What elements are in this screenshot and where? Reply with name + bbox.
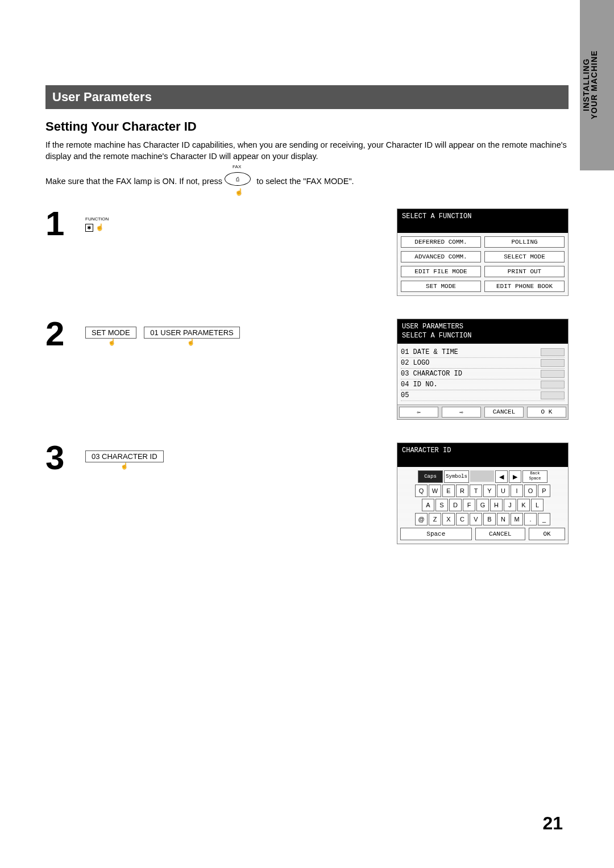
key-z[interactable]: Z xyxy=(429,513,441,525)
screen1-title: SELECT A FUNCTION xyxy=(397,209,568,233)
select-box[interactable] xyxy=(541,391,565,399)
li-0: 01 DATE & TIME xyxy=(401,348,458,356)
function-label: FUNCTION xyxy=(85,216,296,222)
btn-select-mode[interactable]: SELECT MODE xyxy=(484,251,565,262)
key-o[interactable]: O xyxy=(524,485,537,497)
item-id-no[interactable]: 04 ID NO. xyxy=(401,379,565,390)
screen1-title-text: SELECT A FUNCTION xyxy=(402,212,471,220)
side-tab: INSTALLING YOUR MACHINE xyxy=(580,0,614,170)
character-id-button[interactable]: 03 CHARACTER ID ☝ xyxy=(85,450,164,462)
btn-deferred-comm[interactable]: DEFERRED COMM. xyxy=(401,236,481,248)
key-a[interactable]: A xyxy=(422,499,434,511)
key-r[interactable]: R xyxy=(456,485,468,497)
character-id-label: 03 CHARACTER ID xyxy=(92,452,157,461)
key-at[interactable]: @ xyxy=(415,513,428,525)
cancel-key[interactable]: CANCEL xyxy=(475,528,526,540)
page-number: 21 xyxy=(542,813,563,834)
key-p[interactable]: P xyxy=(538,485,550,497)
item-05[interactable]: 05 xyxy=(401,390,565,401)
li-3: 04 ID NO. xyxy=(401,381,438,389)
title-bar: User Parameters xyxy=(45,85,569,109)
key-e[interactable]: E xyxy=(442,485,455,497)
btn-advanced-comm[interactable]: ADVANCED COMM. xyxy=(401,251,481,262)
fax-pre: Make sure that the FAX lamp is ON. If no… xyxy=(45,177,222,186)
li-4: 05 xyxy=(401,391,409,399)
fax-label: FAX xyxy=(233,164,241,169)
key-t[interactable]: T xyxy=(470,485,482,497)
key-v[interactable]: V xyxy=(470,513,482,525)
symbols-key[interactable]: Symbols xyxy=(444,470,469,483)
key-d[interactable]: D xyxy=(449,499,462,511)
item-date-time[interactable]: 01 DATE & TIME xyxy=(401,347,565,358)
key-dot[interactable]: . xyxy=(524,513,537,525)
key-g[interactable]: G xyxy=(476,499,489,511)
btn-print-out[interactable]: PRINT OUT xyxy=(484,266,565,277)
prev-arrow-button[interactable]: ⇦ xyxy=(399,407,438,418)
key-f[interactable]: F xyxy=(463,499,475,511)
step-1: 1 FUNCTION ✱ ☝ SELECT A FUNCTION DEFERRE… xyxy=(45,208,569,296)
select-box[interactable] xyxy=(541,381,565,389)
select-box[interactable] xyxy=(541,359,565,367)
screen3-title-text: CHARACTER ID xyxy=(402,446,451,454)
key-c[interactable]: C xyxy=(456,513,468,525)
key-underscore[interactable]: _ xyxy=(538,513,550,525)
key-k[interactable]: K xyxy=(517,499,530,511)
step2-num: 2 xyxy=(45,319,85,349)
btn-edit-file-mode[interactable]: EDIT FILE MODE xyxy=(401,266,481,277)
backspace-key[interactable]: BackSpace xyxy=(522,470,547,483)
key-q[interactable]: Q xyxy=(415,485,428,497)
key-l[interactable]: L xyxy=(531,499,544,511)
step1-body: FUNCTION ✱ ☝ xyxy=(85,208,296,232)
fax-instruction: Make sure that the FAX lamp is ON. If no… xyxy=(45,172,569,191)
select-box[interactable] xyxy=(541,348,565,356)
right-arrow-key[interactable]: ▶ xyxy=(509,470,521,483)
press-hand-icon: ☝ xyxy=(96,223,104,231)
key-h[interactable]: H xyxy=(490,499,503,511)
press-hand-icon: ☝ xyxy=(235,188,243,196)
set-mode-button[interactable]: SET MODE ☝ xyxy=(85,327,136,339)
key-u[interactable]: U xyxy=(497,485,509,497)
key-y[interactable]: Y xyxy=(483,485,496,497)
user-parameters-button[interactable]: 01 USER PARAMETERS ☝ xyxy=(144,327,239,339)
ok-key[interactable]: OK xyxy=(529,528,565,540)
screen-select-function: SELECT A FUNCTION DEFERRED COMM. POLLING… xyxy=(397,208,569,296)
spacer xyxy=(470,470,494,482)
function-key-icon[interactable]: ✱ xyxy=(85,224,93,232)
left-arrow-key[interactable]: ◀ xyxy=(495,470,508,483)
next-arrow-button[interactable]: ⇨ xyxy=(442,407,481,418)
step2-body: SET MODE ☝ 01 USER PARAMETERS ☝ xyxy=(85,319,296,339)
key-x[interactable]: X xyxy=(442,513,455,525)
step1-num: 1 xyxy=(45,208,85,239)
caps-key[interactable]: Caps xyxy=(418,470,443,483)
screen-user-parameters: USER PARAMETERS SELECT A FUNCTION 01 DAT… xyxy=(397,319,569,420)
screen2-t2: SELECT A FUNCTION xyxy=(402,332,563,341)
item-logo[interactable]: 02 LOGO xyxy=(401,358,565,369)
btn-edit-phone-book[interactable]: EDIT PHONE BOOK xyxy=(484,281,565,292)
press-hand-icon: ☝ xyxy=(121,462,128,470)
screen-keyboard: CHARACTER ID Caps Symbols ◀ ▶ BackSpace … xyxy=(397,443,569,544)
subtitle: Setting Your Character ID xyxy=(45,119,569,134)
side-tab-line2: YOUR MACHINE xyxy=(590,50,599,119)
cancel-button[interactable]: CANCEL xyxy=(484,407,524,418)
key-i[interactable]: I xyxy=(511,485,523,497)
btn-polling[interactable]: POLLING xyxy=(484,236,565,248)
screen3-title: CHARACTER ID xyxy=(397,443,568,467)
key-j[interactable]: J xyxy=(504,499,516,511)
select-box[interactable] xyxy=(541,370,565,378)
key-s[interactable]: S xyxy=(435,499,448,511)
press-hand-icon: ☝ xyxy=(187,339,195,346)
key-m[interactable]: M xyxy=(511,513,523,525)
ok-button[interactable]: O K xyxy=(527,407,566,418)
key-b[interactable]: B xyxy=(483,513,496,525)
key-w[interactable]: W xyxy=(429,485,441,497)
space-key[interactable]: Space xyxy=(400,528,472,540)
intro-text: If the remote machine has Character ID c… xyxy=(45,140,569,162)
btn-set-mode[interactable]: SET MODE xyxy=(401,281,481,292)
fax-button[interactable]: FAX ⎙ ☝ xyxy=(225,172,254,191)
step-2: 2 SET MODE ☝ 01 USER PARAMETERS ☝ USER P… xyxy=(45,319,569,420)
li-2: 03 CHARACTOR ID xyxy=(401,370,462,378)
fax-oval-icon: ⎙ xyxy=(225,172,251,186)
item-character-id[interactable]: 03 CHARACTOR ID xyxy=(401,369,565,379)
key-n[interactable]: N xyxy=(497,513,509,525)
press-hand-icon: ☝ xyxy=(108,339,116,346)
